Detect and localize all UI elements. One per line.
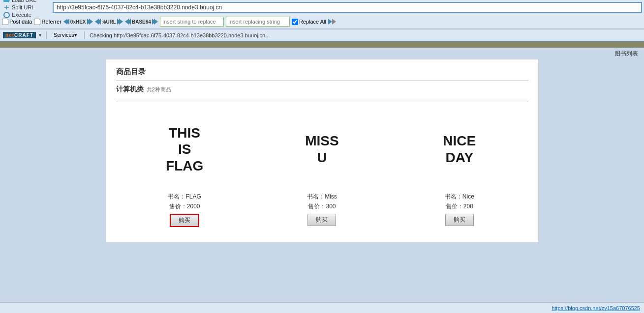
olive-band — [0, 42, 644, 48]
category-count: 共2种商品 — [147, 86, 171, 93]
referrer-checkbox-label[interactable]: Referrer — [34, 19, 61, 25]
product-image-nice: NICEDAY — [405, 110, 514, 189]
divider1 — [46, 31, 47, 39]
execute-icon — [3, 12, 10, 18]
split-url-icon — [3, 4, 10, 11]
divider-top — [116, 81, 528, 81]
final-arrow-right2 — [332, 19, 336, 25]
page-label-top-right: 图书列表 — [0, 48, 644, 59]
product-item-miss: MISSU 书名：Miss 售价：300 购买 — [253, 110, 391, 227]
execute-button[interactable]: Execute — [2, 11, 49, 19]
product-price-label-nice: 售价： — [446, 203, 463, 210]
checking-text: Checking http://3e95fcac-6f75-4037-82c4-… — [90, 32, 270, 38]
bottom-status-bar: https://blog.csdn.net/zy15a67076525 — [0, 302, 644, 313]
post-data-checkbox[interactable] — [2, 19, 8, 25]
url-arrow-left2 — [97, 19, 101, 25]
toolbar-row1: Load URL Split URL Execute — [0, 0, 644, 15]
product-info-miss: 书名：Miss 售价：300 购买 — [307, 193, 337, 226]
product-item-flag: THISISFLAG 书名：FLAG 售价：2000 购买 — [116, 110, 253, 227]
product-info-nice: 书名：Nice 售价：200 购买 — [445, 193, 474, 226]
product-name-value-flag: FLAG — [185, 193, 201, 200]
product-image-text-flag: THISISFLAG — [166, 125, 203, 174]
services-button[interactable]: Services▾ — [52, 31, 79, 39]
post-data-checkbox-label[interactable]: Post data — [2, 19, 32, 25]
status-url[interactable]: https://blog.csdn.net/zy15a67076525 — [552, 305, 640, 311]
hex-arrow-left2 — [65, 19, 69, 25]
product-price-value-miss: 300 — [326, 203, 336, 210]
product-name-label-flag: 书名： — [168, 193, 185, 200]
url-group: %URL — [95, 19, 123, 25]
toolbar-area: Load URL Split URL Execute Post data Ref… — [0, 0, 644, 29]
base64-arrow-right2 — [154, 19, 158, 25]
insert-replacing-input[interactable] — [226, 17, 290, 27]
base64-arrow-left2 — [127, 19, 131, 25]
product-name-value-miss: Miss — [325, 193, 337, 200]
product-price-nice: 售价：200 — [445, 202, 474, 211]
product-name-miss: 书名：Miss — [307, 193, 337, 201]
base64-group: BASE64 — [125, 19, 158, 25]
hex-arrow-right2 — [89, 19, 93, 25]
hex-group: 0xHEX — [63, 19, 93, 25]
main-content: 图书列表 商品目录 计算机类 共2种商品 THISISFLAG 书名：FLAG … — [0, 48, 644, 274]
post-data-label: Post data — [9, 19, 32, 25]
load-url-button[interactable]: Load URL — [2, 0, 49, 4]
product-price-label-miss: 售价： — [308, 203, 326, 210]
toolbar-left: Load URL Split URL Execute — [2, 0, 49, 19]
product-name-nice: 书名：Nice — [445, 193, 474, 201]
product-title: 商品目录 — [116, 67, 528, 77]
buy-button-miss[interactable]: 购买 — [307, 214, 336, 226]
divider2 — [84, 31, 85, 39]
product-image-text-miss: MISSU — [305, 133, 338, 166]
netcraft-bar: netCRAFT ▾ Services▾ Checking http://3e9… — [0, 29, 644, 42]
netcraft-net: net — [5, 32, 14, 38]
netcraft-logo: netCRAFT — [3, 32, 36, 38]
product-price-miss: 售价：300 — [307, 202, 337, 211]
split-url-button[interactable]: Split URL — [2, 4, 49, 11]
url-input[interactable] — [53, 2, 642, 13]
product-image-miss: MISSU — [268, 110, 376, 189]
referrer-label: Referrer — [41, 19, 61, 25]
netcraft-craft: CRAFT — [14, 32, 33, 38]
final-arrow-right — [328, 19, 332, 25]
execute-label: Execute — [12, 12, 31, 18]
url-label: %URL — [101, 19, 117, 25]
services-label: Services▾ — [54, 32, 77, 38]
split-url-label: Split URL — [12, 4, 34, 10]
product-info-flag: 书名：FLAG 售价：2000 购买 — [168, 193, 201, 227]
products-grid: THISISFLAG 书名：FLAG 售价：2000 购买 MISSU — [116, 105, 528, 232]
referrer-checkbox[interactable] — [34, 19, 40, 25]
product-price-value-flag: 2000 — [187, 203, 200, 210]
category-line: 计算机类 共2种商品 — [116, 85, 528, 94]
base64-label: BASE64 — [131, 19, 152, 25]
product-item-nice: NICEDAY 书名：Nice 售价：200 购买 — [391, 110, 528, 227]
product-image-text-nice: NICEDAY — [443, 133, 476, 166]
product-name-label-nice: 书名： — [445, 193, 462, 200]
replace-all-text: Replace All — [299, 19, 326, 25]
buy-button-nice[interactable]: 购买 — [445, 214, 474, 226]
product-name-flag: 书名：FLAG — [168, 193, 201, 201]
replace-all-checkbox[interactable] — [292, 19, 298, 25]
product-image-flag: THISISFLAG — [130, 110, 239, 189]
product-price-label-flag: 售价： — [169, 203, 187, 210]
load-url-icon — [3, 0, 10, 3]
product-name-label-miss: 书名： — [307, 193, 325, 200]
netcraft-dropdown[interactable]: ▾ — [39, 32, 41, 38]
product-price-flag: 售价：2000 — [168, 202, 201, 211]
divider-bottom — [116, 102, 528, 102]
product-price-value-nice: 200 — [463, 203, 473, 210]
buy-button-flag[interactable]: 购买 — [170, 214, 199, 227]
product-name-value-nice: Nice — [462, 193, 474, 200]
hex-label: 0xHEX — [69, 19, 87, 25]
category-name: 计算机类 — [116, 85, 144, 94]
url-arrow-right2 — [119, 19, 123, 25]
insert-replace-input[interactable] — [160, 17, 224, 27]
product-card: 商品目录 计算机类 共2种商品 THISISFLAG 书名：FLAG 售价：20… — [106, 59, 539, 242]
load-url-label: Load URL — [12, 0, 36, 3]
toolbar-row2: Post data Referrer 0xHEX %URL BASE64 — [0, 15, 644, 28]
replace-all-label[interactable]: Replace All — [292, 19, 326, 25]
